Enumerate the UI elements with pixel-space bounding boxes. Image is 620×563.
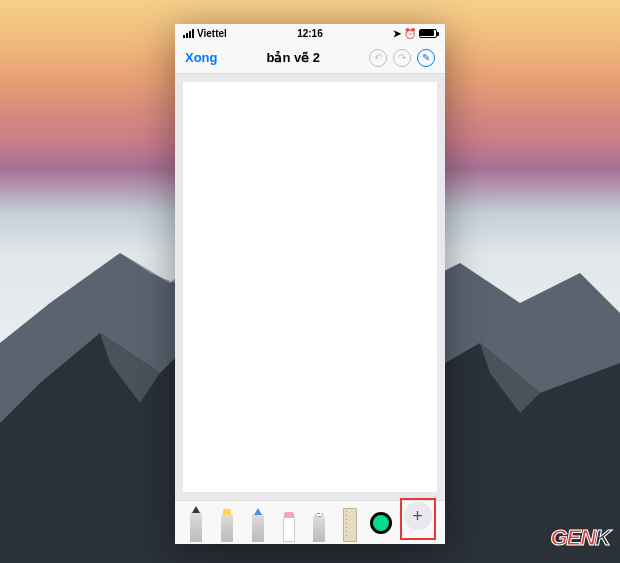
color-well-icon — [370, 512, 392, 534]
nav-actions: ↶ ↷ ✎ — [369, 49, 435, 67]
plus-icon: + — [412, 506, 423, 527]
pencil-tool[interactable] — [246, 504, 270, 542]
lasso-tool[interactable] — [307, 504, 331, 542]
watermark-logo: GENK — [550, 525, 610, 551]
done-button[interactable]: Xong — [185, 50, 218, 65]
watermark-part2: K — [595, 525, 610, 550]
status-bar: Viettel 12:16 ➤ ⏰ — [175, 24, 445, 42]
highlighter-tool[interactable] — [215, 504, 239, 542]
nav-bar: Xong bản vẽ 2 ↶ ↷ ✎ — [175, 42, 445, 74]
undo-icon[interactable]: ↶ — [369, 49, 387, 67]
add-button-highlight: + — [400, 498, 436, 540]
ruler-tool[interactable] — [338, 504, 362, 542]
status-right: ➤ ⏰ — [393, 28, 437, 39]
location-icon: ➤ — [393, 28, 401, 39]
page-title: bản vẽ 2 — [266, 50, 320, 65]
eraser-tool[interactable] — [277, 504, 301, 542]
alarm-icon: ⏰ — [404, 28, 416, 39]
pen-tool[interactable] — [184, 504, 208, 542]
markup-toolbar: + — [175, 500, 445, 544]
status-left: Viettel — [183, 28, 227, 39]
signal-icon — [183, 29, 194, 38]
battery-icon — [419, 29, 437, 38]
watermark-part1: GEN — [550, 525, 595, 550]
add-button[interactable]: + — [404, 502, 432, 530]
redo-icon[interactable]: ↷ — [393, 49, 411, 67]
clock: 12:16 — [297, 28, 323, 39]
phone-frame: Viettel 12:16 ➤ ⏰ Xong bản vẽ 2 ↶ ↷ ✎ — [175, 24, 445, 544]
color-picker[interactable] — [369, 504, 393, 542]
carrier-label: Viettel — [197, 28, 227, 39]
markup-icon[interactable]: ✎ — [417, 49, 435, 67]
content-area — [175, 74, 445, 500]
drawing-canvas[interactable] — [183, 82, 437, 492]
